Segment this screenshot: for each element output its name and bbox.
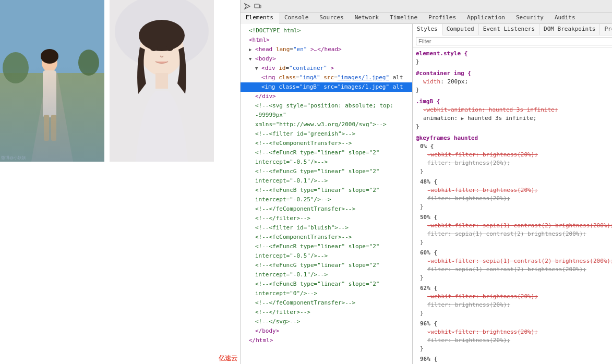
html-panel: <!DOCTYPE html> <html> ▶ <head lang="en"…	[241, 24, 413, 364]
html-line: <!--<feFuncG type="linear" slope="2"	[241, 261, 412, 270]
css-property-webkit-animation: -webkit-animation: haunted 3s infinite;	[416, 106, 612, 114]
keyframe-filter: filter: brightness(20%);	[420, 301, 612, 309]
html-line: xmlns="http://www.w3.org/2000/svg">-->	[241, 120, 412, 129]
responsive-icon[interactable]	[253, 2, 262, 11]
css-close: }	[420, 309, 612, 318]
html-line: <html>	[241, 35, 412, 45]
inspect-icon[interactable]	[243, 2, 252, 11]
html-line: <!--</filter>-->	[241, 214, 412, 223]
keyframe-key: 96% {	[420, 355, 612, 363]
keyframe-filter: filter: brightness(20%);	[420, 336, 612, 345]
css-rule-container-img: #container img { width: 200px; }	[416, 69, 612, 94]
keyframe-webkit: -webkit-filter: brightness(20%);	[420, 328, 612, 336]
tab-network[interactable]: Network	[350, 13, 385, 23]
keyframe-key: 0% {	[420, 142, 612, 151]
tab-profiles[interactable]: Profiles	[423, 13, 462, 23]
css-selector-element-style: element.style {	[416, 50, 612, 58]
keyframe-key: 60% {	[420, 249, 612, 257]
css-selector-container-img: #container img {	[416, 69, 612, 78]
html-line: <!--</feComponentTransfer>-->	[241, 204, 412, 214]
subtab-computed[interactable]: Computed	[442, 24, 479, 35]
tab-console[interactable]: Console	[279, 13, 314, 23]
keyframe-webkit: -webkit-filter: brightness(20%);	[420, 293, 612, 301]
devtools-tabs: Elements Console Sources Network Timelin…	[241, 13, 612, 24]
keyframe-webkit: -webkit-filter: brightness(20%);	[420, 151, 612, 159]
svg-rect-18	[255, 4, 259, 8]
css-property-width: width: 200px;	[416, 78, 612, 86]
subtab-dom-breakpoints[interactable]: DOM Breakpoints	[539, 24, 600, 35]
css-rule-element-style: element.style { }	[416, 50, 612, 66]
subtab-event-listeners[interactable]: Event Listeners	[479, 24, 539, 35]
css-close: }	[420, 345, 612, 353]
html-line: <!--<filter id="greenish">-->	[241, 129, 412, 139]
subtab-properties[interactable]: Properties	[600, 24, 612, 35]
html-line: <!--<feComponentTransfer>-->	[241, 233, 412, 242]
tab-sources[interactable]: Sources	[314, 13, 349, 23]
devtools-toolbar	[241, 0, 612, 13]
html-line: <!--<feFuncB type="linear" slope="2"	[241, 186, 412, 195]
svg-point-3	[78, 50, 99, 76]
svg-text:微博@小妖妖: 微博@小妖妖	[1, 155, 26, 160]
svg-rect-19	[259, 5, 261, 8]
html-line: intercept="-0.5"/>-->	[241, 157, 412, 167]
html-line: intercept="-0.25"/>-->	[241, 195, 412, 204]
keyframe-filter: filter: brightness(20%);	[420, 159, 612, 167]
css-rule-imgb: .imgB { -webkit-animation: haunted 3s in…	[416, 98, 612, 131]
keyframe-0: 0% { -webkit-filter: brightness(20%); fi…	[416, 142, 612, 176]
keyframe-50: 50% { -webkit-filter: sepia(1) contrast(…	[416, 213, 612, 247]
devtools-content: <!DOCTYPE html> <html> ▶ <head lang="en"…	[241, 24, 612, 364]
keyframe-key: 62% {	[420, 284, 612, 293]
tab-application[interactable]: Application	[462, 13, 511, 23]
styles-content: element.style { } #container img { width…	[413, 47, 612, 364]
styles-filter-input[interactable]	[416, 37, 612, 45]
html-line: <!--<feComponentTransfer>-->	[241, 139, 412, 148]
css-close: }	[420, 274, 612, 282]
tab-audits[interactable]: Audits	[549, 13, 581, 23]
keyframe-key: 48% {	[420, 178, 612, 186]
tab-security[interactable]: Security	[511, 13, 549, 23]
svg-rect-17	[110, 0, 214, 162]
html-line: <!DOCTYPE html>	[241, 26, 412, 35]
tab-timeline[interactable]: Timeline	[385, 13, 423, 23]
html-line: </body>	[241, 326, 412, 336]
keyframe-webkit: -webkit-filter: sepia(1) contrast(2) bri…	[420, 222, 612, 230]
html-line: <!--<feFuncB type="linear" slope="2"	[241, 280, 412, 289]
keyframe-62: 62% { -webkit-filter: brightness(20%); f…	[416, 284, 612, 318]
html-line: </div>	[241, 92, 412, 101]
html-line: <!--</feComponentTransfer>-->	[241, 298, 412, 308]
styles-panel: Styles Computed Event Listeners DOM Brea…	[413, 24, 612, 364]
html-line: <!--</filter>-->	[241, 308, 412, 317]
keyframe-key: 50% {	[420, 213, 612, 222]
keyframe-96b: 96% { -webkit-filter: brightness(400%); …	[416, 355, 612, 364]
css-keyframes-selector: @keyframes haunted	[416, 134, 612, 142]
keyframe-filter: filter: sepia(1) contrast(2) brightness(…	[420, 230, 612, 238]
html-line-selected[interactable]: <img class="imgB" src="images/1.jpeg" al…	[241, 82, 412, 92]
svg-point-8	[41, 49, 58, 64]
html-line: <img class="imgA" src="images/1.jpeg" al…	[241, 73, 412, 82]
css-close: }	[416, 123, 612, 131]
html-line: <!--<feFuncR type="linear" slope="2"	[241, 148, 412, 157]
html-line: </html>	[241, 336, 412, 345]
css-close: }	[420, 203, 612, 211]
html-line: intercept="0"/>-->	[241, 289, 412, 298]
keyframe-filter: filter: brightness(20%);	[420, 195, 612, 203]
svg-rect-7	[51, 115, 56, 141]
svg-rect-5	[43, 70, 56, 117]
html-line: <!--<filter id="bluish">-->	[241, 223, 412, 233]
tab-elements[interactable]: Elements	[241, 13, 279, 24]
svg-rect-6	[44, 115, 49, 141]
css-close: }	[416, 58, 612, 66]
html-line: <!--</svg>-->	[241, 317, 412, 326]
subtab-styles[interactable]: Styles	[413, 24, 442, 35]
css-rule-keyframes: @keyframes haunted 0% { -webkit-filter: …	[416, 134, 612, 364]
html-line: -99999px"	[241, 111, 412, 120]
devtools-panel: Elements Console Sources Network Timelin…	[240, 0, 612, 364]
keyframe-webkit: -webkit-filter: sepia(1) contrast(2) bri…	[420, 257, 612, 265]
keyframe-webkit: -webkit-filter: brightness(20%);	[420, 186, 612, 195]
html-line: ▼ <body>	[241, 54, 412, 64]
css-selector-imgb: .imgB {	[416, 98, 612, 106]
keyframe-60: 60% { -webkit-filter: sepia(1) contrast(…	[416, 249, 612, 282]
html-line: ▶ <head lang="en" >…</head>	[241, 45, 412, 54]
html-line: intercept="-0.1"/>-->	[241, 270, 412, 280]
keyframe-filter: filter: sepia(1) contrast(2) brightness(…	[420, 265, 612, 274]
